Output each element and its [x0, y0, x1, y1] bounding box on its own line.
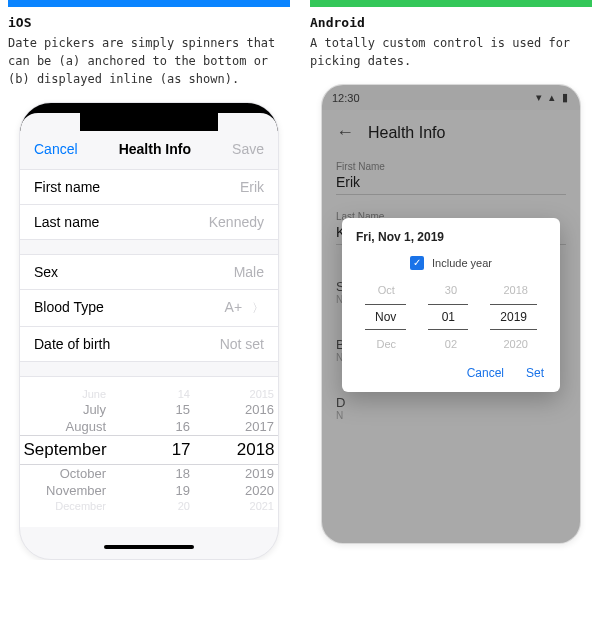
- picker-row: October182019: [20, 465, 278, 482]
- dob-value: Not set: [220, 336, 264, 352]
- sex-label: Sex: [34, 264, 58, 280]
- ios-device-frame: Cancel Health Info Save First name Erik …: [19, 102, 279, 560]
- page-title: Health Info: [119, 141, 191, 157]
- name-group: First name Erik Last name Kennedy: [20, 169, 278, 240]
- ios-notch: [89, 103, 209, 131]
- dialog-actions: Cancel Set: [342, 354, 560, 392]
- include-year-label: Include year: [432, 257, 492, 269]
- cancel-button[interactable]: Cancel: [34, 141, 78, 157]
- dob-row[interactable]: Date of birth Not set: [20, 327, 278, 361]
- first-name-label: First name: [34, 179, 100, 195]
- sex-value: Male: [234, 264, 264, 280]
- android-col-title: Android: [310, 15, 592, 30]
- spinner-row[interactable]: Oct302018: [342, 280, 560, 300]
- spinner-row[interactable]: Dec022020: [342, 334, 560, 354]
- first-name-value: Erik: [240, 179, 264, 195]
- home-indicator[interactable]: [104, 545, 194, 549]
- picker-row: June142015: [20, 387, 278, 401]
- blood-type-row[interactable]: Blood Type A+ 〉: [20, 290, 278, 327]
- last-name-value: Kennedy: [209, 214, 264, 230]
- ios-tag-bar: [8, 0, 290, 7]
- ios-column: iOS Date pickers are simply spinners tha…: [8, 0, 290, 560]
- dialog-title: Fri, Nov 1, 2019: [342, 218, 560, 252]
- details-group: Sex Male Blood Type A+ 〉 Date of birth N…: [20, 254, 278, 362]
- picker-row: November192020: [20, 482, 278, 499]
- first-name-row[interactable]: First name Erik: [20, 170, 278, 205]
- dob-label: Date of birth: [34, 336, 110, 352]
- ios-col-title: iOS: [8, 15, 290, 30]
- ios-navbar: Cancel Health Info Save: [20, 131, 278, 169]
- save-button[interactable]: Save: [232, 141, 264, 157]
- checkbox-checked-icon[interactable]: ✓: [410, 256, 424, 270]
- spinner-row-selected[interactable]: Nov012019: [342, 300, 560, 334]
- include-year-row[interactable]: ✓ Include year: [342, 252, 560, 280]
- android-tag-bar: [310, 0, 592, 7]
- last-name-label: Last name: [34, 214, 99, 230]
- android-col-desc: A totally custom control is used for pic…: [310, 34, 592, 70]
- date-picker[interactable]: June142015 July152016 August162017 Septe…: [20, 376, 278, 527]
- picker-row: August162017: [20, 418, 278, 435]
- date-picker-dialog: Fri, Nov 1, 2019 ✓ Include year Oct30201…: [342, 218, 560, 392]
- ios-col-desc: Date pickers are simply spinners that ca…: [8, 34, 290, 88]
- blood-type-value: A+: [225, 299, 243, 315]
- sex-row[interactable]: Sex Male: [20, 255, 278, 290]
- last-name-row[interactable]: Last name Kennedy: [20, 205, 278, 239]
- picker-row-selected: September172018: [20, 435, 278, 465]
- ios-notch-row: [20, 103, 278, 131]
- android-column: Android A totally custom control is used…: [310, 0, 592, 560]
- android-device-frame: 12:30 ▾ ▴ ▮ ← Health Info First Name Eri…: [321, 84, 581, 544]
- blood-type-label: Blood Type: [34, 299, 104, 317]
- chevron-right-icon: 〉: [252, 301, 264, 315]
- picker-row: July152016: [20, 401, 278, 418]
- cancel-button[interactable]: Cancel: [467, 366, 504, 380]
- picker-row: December202021: [20, 499, 278, 513]
- set-button[interactable]: Set: [526, 366, 544, 380]
